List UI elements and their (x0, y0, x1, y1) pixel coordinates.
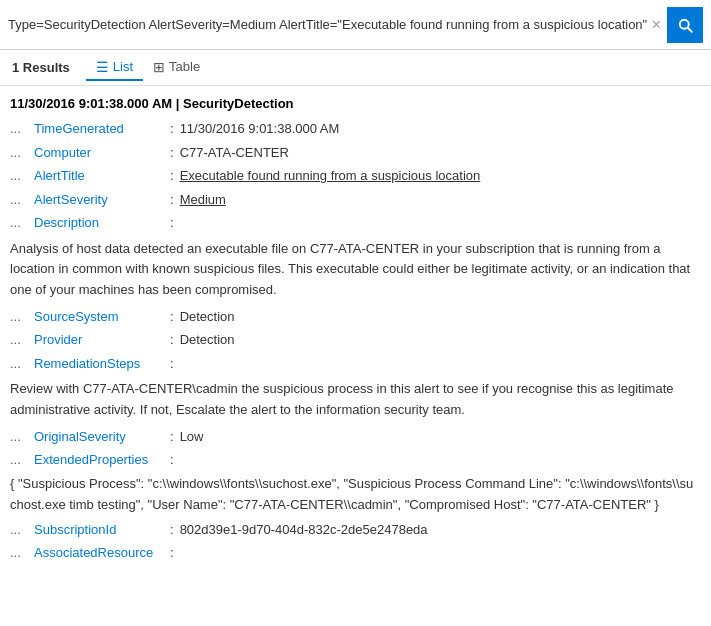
field-name-associatedresource[interactable]: AssociatedResource (34, 543, 164, 563)
field-value-subscriptionid: 802d39e1-9d70-404d-832c-2de5e2478eda (180, 520, 428, 540)
tab-list-label: List (113, 59, 133, 74)
field-value-time: 11/30/2016 9:01:38.000 AM (180, 119, 340, 139)
search-input[interactable] (8, 17, 652, 32)
list-icon: ☰ (96, 59, 109, 75)
ellipsis: ... (10, 427, 30, 447)
field-remediation-steps: ... RemediationSteps : (10, 354, 699, 374)
extended-block: { "Suspicious Process": "c:\\windows\\fo… (10, 474, 699, 516)
ellipsis: ... (10, 330, 30, 350)
ellipsis: ... (10, 520, 30, 540)
field-value-alerttitle: Executable found running from a suspicio… (180, 166, 481, 186)
field-name-computer[interactable]: Computer (34, 143, 164, 163)
field-value-originalseverity: Low (180, 427, 204, 447)
ellipsis: ... (10, 450, 30, 470)
field-name-provider[interactable]: Provider (34, 330, 164, 350)
field-name-extendedprops[interactable]: ExtendedProperties (34, 450, 164, 470)
ellipsis: ... (10, 213, 30, 233)
field-name-time[interactable]: TimeGenerated (34, 119, 164, 139)
remediation-text: Review with C77-ATA-CENTER\cadmin the su… (10, 379, 699, 421)
field-time-generated: ... TimeGenerated : 11/30/2016 9:01:38.0… (10, 119, 699, 139)
results-bar: 1 Results ☰ List ⊞ Table (0, 50, 711, 86)
table-icon: ⊞ (153, 59, 165, 75)
ellipsis: ... (10, 307, 30, 327)
ellipsis: ... (10, 543, 30, 563)
field-value-sourcesystem: Detection (180, 307, 235, 327)
field-description-label: ... Description : (10, 213, 699, 233)
view-tabs: ☰ List ⊞ Table (86, 55, 210, 81)
ellipsis: ... (10, 190, 30, 210)
field-name-description[interactable]: Description (34, 213, 164, 233)
ellipsis: ... (10, 119, 30, 139)
field-subscription-id: ... SubscriptionId : 802d39e1-9d70-404d-… (10, 520, 699, 540)
ellipsis: ... (10, 143, 30, 163)
field-value-computer: C77-ATA-CENTER (180, 143, 289, 163)
results-count: 1 Results (12, 60, 70, 75)
field-name-originalseverity[interactable]: OriginalSeverity (34, 427, 164, 447)
field-extended-properties: ... ExtendedProperties : (10, 450, 699, 470)
clear-icon[interactable]: × (652, 16, 661, 34)
field-alert-severity: ... AlertSeverity : Medium (10, 190, 699, 210)
search-button[interactable] (667, 7, 703, 43)
tab-list[interactable]: ☰ List (86, 55, 143, 81)
field-name-alerttitle[interactable]: AlertTitle (34, 166, 164, 186)
tab-table[interactable]: ⊞ Table (143, 55, 210, 81)
tab-table-label: Table (169, 59, 200, 74)
field-name-remediation[interactable]: RemediationSteps (34, 354, 164, 374)
search-bar: × (0, 0, 711, 50)
field-value-provider: Detection (180, 330, 235, 350)
record-header: 11/30/2016 9:01:38.000 AM | SecurityDete… (10, 96, 699, 111)
search-icon (676, 16, 694, 34)
field-associated-resource: ... AssociatedResource : (10, 543, 699, 563)
ellipsis: ... (10, 166, 30, 186)
field-value-alertseverity: Medium (180, 190, 226, 210)
description-text: Analysis of host data detected an execut… (10, 239, 699, 301)
main-content[interactable]: 11/30/2016 9:01:38.000 AM | SecurityDete… (0, 86, 711, 626)
field-source-system: ... SourceSystem : Detection (10, 307, 699, 327)
field-name-alertseverity[interactable]: AlertSeverity (34, 190, 164, 210)
field-computer: ... Computer : C77-ATA-CENTER (10, 143, 699, 163)
field-name-sourcesystem[interactable]: SourceSystem (34, 307, 164, 327)
field-name-subscriptionid[interactable]: SubscriptionId (34, 520, 164, 540)
ellipsis: ... (10, 354, 30, 374)
field-provider: ... Provider : Detection (10, 330, 699, 350)
field-alert-title: ... AlertTitle : Executable found runnin… (10, 166, 699, 186)
field-original-severity: ... OriginalSeverity : Low (10, 427, 699, 447)
